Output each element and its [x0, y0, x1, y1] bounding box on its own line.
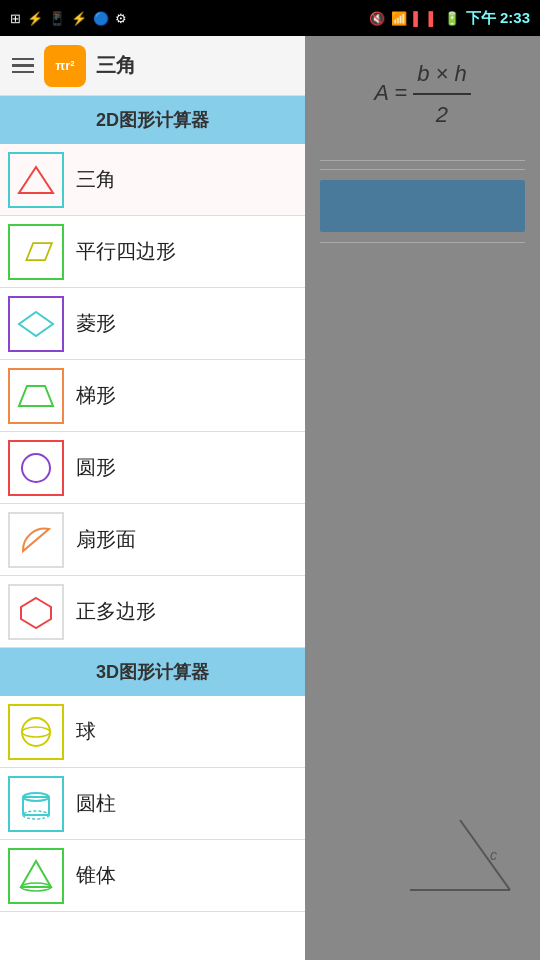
section-3d-header: 3D图形计算器: [0, 648, 305, 696]
triangle-label: 三角: [76, 166, 116, 193]
sidebar-item-triangle[interactable]: 三角: [0, 144, 305, 216]
cone-label: 锥体: [76, 862, 116, 889]
calculate-button[interactable]: [320, 180, 525, 232]
app-logo: πr²: [44, 45, 86, 87]
svg-text:c: c: [490, 847, 497, 863]
input-line-3: [320, 242, 525, 243]
mute-icon: 🔇: [369, 11, 385, 26]
svg-point-6: [22, 718, 50, 746]
add-icon: ⊞: [10, 11, 21, 26]
signal2-icon: ▌: [429, 11, 438, 26]
app-title: 三角: [96, 52, 293, 79]
section-2d-header: 2D图形计算器: [0, 96, 305, 144]
circle-label: 圆形: [76, 454, 116, 481]
app-header: πr² 三角: [0, 36, 305, 96]
sidebar: πr² 三角 2D图形计算器 三角 平行四边形: [0, 36, 305, 960]
cylinder-icon-box: [8, 776, 64, 832]
trapezoid-icon-box: [8, 368, 64, 424]
rhombus-icon-box: [8, 296, 64, 352]
wifi-icon: 📶: [391, 11, 407, 26]
time-display: 下午 2:33: [466, 9, 530, 28]
svg-point-4: [22, 454, 50, 482]
polygon-icon-box: [8, 584, 64, 640]
svg-marker-1: [26, 243, 52, 260]
triangle-diagram: c: [400, 810, 520, 900]
sidebar-item-trapezoid[interactable]: 梯形: [0, 360, 305, 432]
svg-marker-2: [19, 312, 53, 336]
phone-icon: 📱: [49, 11, 65, 26]
svg-point-7: [22, 727, 50, 737]
formula-lhs: A =: [374, 80, 407, 105]
usb2-icon: ⚡: [71, 11, 87, 26]
polygon-label: 正多边形: [76, 598, 156, 625]
sphere-label: 球: [76, 718, 96, 745]
sidebar-item-sector[interactable]: 扇形面: [0, 504, 305, 576]
parallelogram-label: 平行四边形: [76, 238, 176, 265]
sidebar-item-polygon[interactable]: 正多边形: [0, 576, 305, 648]
input-line-1: [320, 160, 525, 161]
sector-icon-box: [8, 512, 64, 568]
signal1-icon: ▌: [413, 11, 422, 26]
svg-marker-3: [19, 386, 53, 406]
sector-label: 扇形面: [76, 526, 136, 553]
svg-marker-5: [21, 598, 51, 628]
formula-display: A = b × h 2: [374, 56, 471, 132]
parallelogram-icon-box: [8, 224, 64, 280]
input-line-2: [320, 169, 525, 170]
trapezoid-label: 梯形: [76, 382, 116, 409]
formula-numerator: b × h: [413, 56, 471, 95]
sidebar-item-rhombus[interactable]: 菱形: [0, 288, 305, 360]
cylinder-label: 圆柱: [76, 790, 116, 817]
compass-icon: 🔵: [93, 11, 109, 26]
svg-marker-0: [19, 167, 53, 193]
formula-area: A = b × h 2: [305, 36, 540, 152]
sidebar-item-cylinder[interactable]: 圆柱: [0, 768, 305, 840]
rhombus-label: 菱形: [76, 310, 116, 337]
sphere-icon-box: [8, 704, 64, 760]
settings-icon: ⚙: [115, 11, 127, 26]
battery-icon: 🔋: [444, 11, 460, 26]
triangle-icon-box: [8, 152, 64, 208]
circle-icon-box: [8, 440, 64, 496]
formula-fraction: b × h 2: [413, 56, 471, 132]
hamburger-menu[interactable]: [12, 58, 34, 74]
sidebar-item-circle[interactable]: 圆形: [0, 432, 305, 504]
formula-denominator: 2: [432, 95, 452, 132]
content-panel: A = b × h 2 c: [305, 36, 540, 960]
sidebar-item-cone[interactable]: 锥体: [0, 840, 305, 912]
sidebar-item-parallelogram[interactable]: 平行四边形: [0, 216, 305, 288]
sidebar-item-sphere[interactable]: 球: [0, 696, 305, 768]
svg-line-14: [460, 820, 510, 890]
usb-icon: ⚡: [27, 11, 43, 26]
cone-icon-box: [8, 848, 64, 904]
status-bar: ⊞ ⚡ 📱 ⚡ 🔵 ⚙ 🔇 📶 ▌ ▌ 🔋 下午 2:33: [0, 0, 540, 36]
